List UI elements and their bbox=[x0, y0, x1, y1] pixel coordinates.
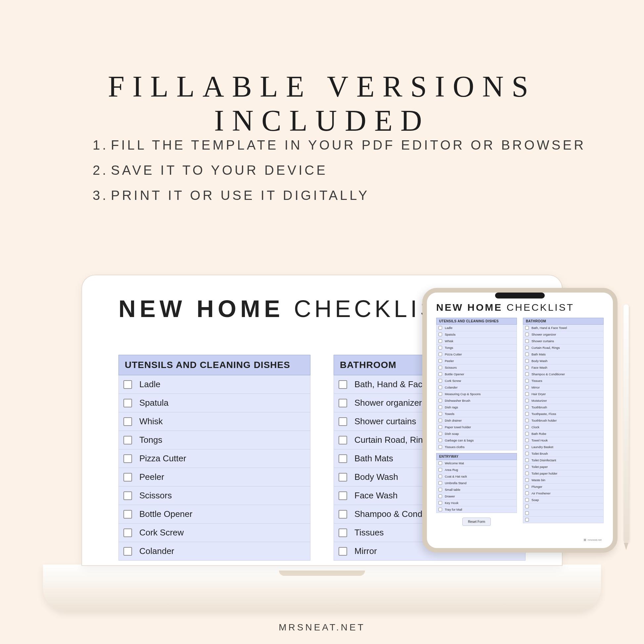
checklist-item: Tongs bbox=[118, 431, 310, 449]
checklist-item: Clock bbox=[523, 424, 604, 431]
checklist-checkbox[interactable] bbox=[438, 501, 442, 505]
checklist-item-label: Towels bbox=[445, 412, 454, 416]
checklist-checkbox[interactable] bbox=[525, 346, 529, 349]
checklist-checkbox[interactable] bbox=[123, 454, 132, 463]
checklist-checkbox[interactable] bbox=[525, 379, 529, 383]
checklist-checkbox[interactable] bbox=[438, 326, 442, 330]
checklist-checkbox[interactable] bbox=[438, 425, 442, 429]
checklist-item-label: Welcome Mat bbox=[445, 461, 464, 465]
checklist-checkbox[interactable] bbox=[525, 505, 529, 508]
checklist-checkbox[interactable] bbox=[525, 399, 529, 402]
checklist-checkbox[interactable] bbox=[123, 417, 132, 426]
checklist-item: Tissues bbox=[523, 378, 604, 384]
checklist-checkbox[interactable] bbox=[339, 510, 347, 519]
checklist-checkbox[interactable] bbox=[438, 508, 442, 511]
checklist-checkbox[interactable] bbox=[339, 399, 347, 407]
checklist-checkbox[interactable] bbox=[123, 473, 132, 482]
checklist-checkbox[interactable] bbox=[339, 491, 347, 500]
checklist-checkbox[interactable] bbox=[438, 468, 442, 472]
checklist-checkbox[interactable] bbox=[123, 547, 132, 556]
checklist-checkbox[interactable] bbox=[525, 392, 529, 396]
checklist-checkbox[interactable] bbox=[339, 436, 347, 444]
checklist-checkbox[interactable] bbox=[525, 438, 529, 442]
checklist-checkbox[interactable] bbox=[339, 529, 347, 537]
checklist-checkbox[interactable] bbox=[438, 372, 442, 376]
checklist-checkbox[interactable] bbox=[525, 386, 529, 389]
checklist-checkbox[interactable] bbox=[438, 366, 442, 369]
checklist-checkbox[interactable] bbox=[339, 547, 347, 556]
checklist-checkbox[interactable] bbox=[438, 346, 442, 349]
checklist-checkbox[interactable] bbox=[438, 494, 442, 498]
checklist-item: Welcome Mat bbox=[436, 460, 517, 467]
checklist-item: Moisturizer bbox=[523, 397, 604, 404]
checklist-checkbox[interactable] bbox=[525, 458, 529, 462]
checklist-item-label: Tongs bbox=[139, 435, 162, 445]
checklist-checkbox[interactable] bbox=[525, 412, 529, 416]
checklist-checkbox[interactable] bbox=[438, 379, 442, 383]
checklist-checkbox[interactable] bbox=[525, 333, 529, 336]
checklist-item-label: Cork Screw bbox=[139, 528, 184, 538]
checklist-checkbox[interactable] bbox=[438, 445, 442, 449]
instruction-1: 1.FILL THE TEMPLATE IN YOUR PDF EDITOR O… bbox=[93, 132, 586, 158]
checklist-checkbox[interactable] bbox=[438, 392, 442, 396]
checklist-checkbox[interactable] bbox=[438, 339, 442, 343]
checklist-checkbox[interactable] bbox=[123, 510, 132, 519]
checklist-checkbox[interactable] bbox=[525, 445, 529, 449]
checklist-checkbox[interactable] bbox=[525, 478, 529, 482]
checklist-checkbox[interactable] bbox=[438, 438, 442, 442]
tablet-col-a2-header: ENTRYWAY bbox=[436, 453, 517, 460]
checklist-item: Key Hook bbox=[436, 500, 517, 506]
checklist-checkbox[interactable] bbox=[525, 405, 529, 409]
checklist-checkbox[interactable] bbox=[525, 366, 529, 369]
checklist-checkbox[interactable] bbox=[525, 339, 529, 343]
checklist-checkbox[interactable] bbox=[525, 491, 529, 495]
checklist-item-label: Pizza Cutter bbox=[445, 352, 462, 356]
checklist-checkbox[interactable] bbox=[438, 475, 442, 478]
checklist-checkbox[interactable] bbox=[525, 518, 529, 522]
checklist-item: Colander bbox=[436, 384, 517, 391]
checklist-checkbox[interactable] bbox=[438, 399, 442, 402]
checklist-checkbox[interactable] bbox=[438, 359, 442, 363]
checklist-checkbox[interactable] bbox=[525, 419, 529, 422]
checklist-item-label: Small table bbox=[445, 488, 460, 491]
checklist-checkbox[interactable] bbox=[525, 511, 529, 515]
checklist-checkbox[interactable] bbox=[438, 386, 442, 389]
checklist-checkbox[interactable] bbox=[525, 359, 529, 363]
checklist-checkbox[interactable] bbox=[123, 380, 132, 389]
checklist-checkbox[interactable] bbox=[123, 436, 132, 444]
checklist-checkbox[interactable] bbox=[339, 417, 347, 426]
checklist-checkbox[interactable] bbox=[438, 333, 442, 336]
checklist-checkbox[interactable] bbox=[339, 454, 347, 463]
checklist-item-label: Bottle Opener bbox=[139, 509, 192, 519]
checklist-item-label: Umbrella Stand bbox=[445, 481, 466, 485]
checklist-checkbox[interactable] bbox=[438, 352, 442, 356]
checklist-item: Bath Mats bbox=[523, 351, 604, 358]
checklist-checkbox[interactable] bbox=[525, 465, 529, 469]
checklist-checkbox[interactable] bbox=[525, 352, 529, 356]
checklist-checkbox[interactable] bbox=[525, 498, 529, 502]
checklist-checkbox[interactable] bbox=[525, 425, 529, 429]
checklist-item: Shampoo & Conditioner bbox=[523, 371, 604, 378]
checklist-checkbox[interactable] bbox=[525, 452, 529, 455]
reset-form-button[interactable]: Reset Form bbox=[462, 518, 491, 526]
checklist-checkbox[interactable] bbox=[438, 419, 442, 422]
checklist-checkbox[interactable] bbox=[438, 405, 442, 409]
checklist-checkbox[interactable] bbox=[123, 491, 132, 500]
checklist-item-label: Body Wash bbox=[354, 472, 398, 482]
checklist-checkbox[interactable] bbox=[438, 432, 442, 436]
checklist-checkbox[interactable] bbox=[438, 461, 442, 465]
checklist-item: Area Rug bbox=[436, 467, 517, 473]
checklist-checkbox[interactable] bbox=[525, 485, 529, 488]
checklist-checkbox[interactable] bbox=[438, 481, 442, 485]
checklist-checkbox[interactable] bbox=[525, 326, 529, 330]
checklist-checkbox[interactable] bbox=[339, 380, 347, 389]
checklist-checkbox[interactable] bbox=[123, 529, 132, 537]
checklist-checkbox[interactable] bbox=[339, 473, 347, 482]
checklist-checkbox[interactable] bbox=[438, 488, 442, 491]
checklist-checkbox[interactable] bbox=[525, 472, 529, 475]
checklist-checkbox[interactable] bbox=[123, 399, 132, 407]
checklist-checkbox[interactable] bbox=[438, 412, 442, 416]
checklist-checkbox[interactable] bbox=[525, 432, 529, 436]
checklist-checkbox[interactable] bbox=[525, 372, 529, 376]
checklist-item-label: Spatula bbox=[139, 398, 168, 408]
